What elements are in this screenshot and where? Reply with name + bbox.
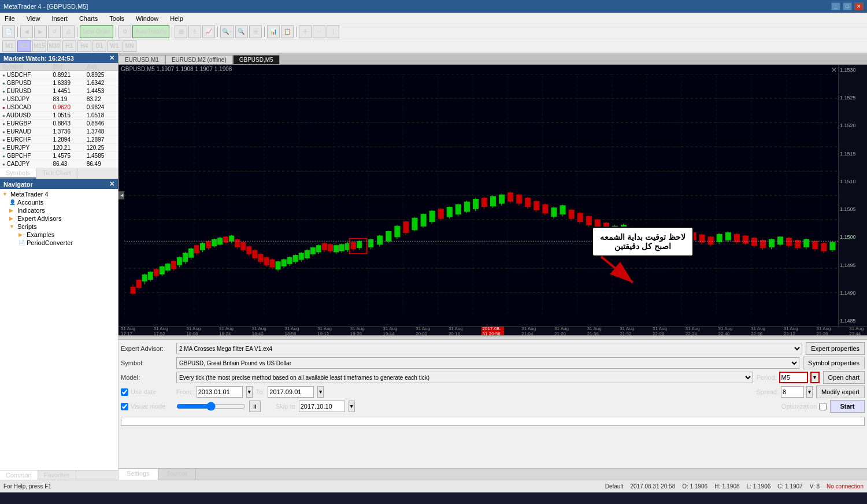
zoom-out-btn[interactable]: 🔍- <box>235 25 248 38</box>
svg-rect-22 <box>160 266 164 274</box>
expert-properties-btn[interactable]: Expert properties <box>806 342 865 355</box>
spread-label: Spread: <box>757 388 779 395</box>
scroll-left-btn[interactable]: ◀ <box>118 191 124 199</box>
chart-tab-eurusd-m2[interactable]: EURUSD,M2 (offline) <box>165 55 233 64</box>
properties-btn[interactable]: ⚙ <box>118 25 131 38</box>
st-tab-journal[interactable]: Journal <box>158 469 196 480</box>
refresh-btn[interactable]: ↺ <box>48 25 61 38</box>
model-select[interactable]: Every tick (the most precise method base… <box>176 372 753 383</box>
nav-tab-common[interactable]: Common <box>0 470 38 480</box>
fwd-btn[interactable]: ▶ <box>34 25 47 38</box>
list-item[interactable]: ● EURUSD 1.4451 1.4453 <box>0 87 118 95</box>
tf-d1[interactable]: D1 <box>92 40 106 52</box>
tf-m5[interactable]: M5 <box>17 40 31 52</box>
tree-scripts[interactable]: ▼ Scripts <box>0 223 118 231</box>
template-btn[interactable]: 📋 <box>281 25 294 38</box>
chart-canvas[interactable]: GBPUSD,M5 1.1907 1.1908 1.1907 1.1908 ◀ … <box>118 65 867 326</box>
print-btn[interactable]: 🖨 <box>62 25 75 38</box>
from-input[interactable] <box>197 386 243 398</box>
tf-h4[interactable]: H4 <box>77 40 91 52</box>
optimization-checkbox[interactable] <box>819 403 827 410</box>
crosshair-btn[interactable]: ✛ <box>299 25 312 38</box>
tab-tick-chart[interactable]: Tick Chart <box>36 168 77 179</box>
indicator-btn[interactable]: 📊 <box>267 25 280 38</box>
list-item[interactable]: ● EURGBP 0.8843 0.8846 <box>0 120 118 128</box>
sep7 <box>296 27 297 37</box>
ea-select[interactable]: 2 MA Crosses Mega filter EA V1.ex4 <box>176 343 802 354</box>
start-btn[interactable]: Start <box>830 400 865 413</box>
tf-m30[interactable]: M30 <box>47 40 61 52</box>
new-order-btn[interactable]: New Order <box>80 25 113 38</box>
close-chart-btn[interactable]: ✕ <box>831 66 837 74</box>
visual-slider[interactable] <box>176 402 246 411</box>
symbol-properties-btn[interactable]: Symbol properties <box>803 357 865 369</box>
list-item[interactable]: ● USDCAD 0.9620 0.9624 <box>0 103 118 112</box>
period-input[interactable] <box>779 372 808 383</box>
period-dropdown-btn[interactable]: ▼ <box>810 372 820 383</box>
list-item[interactable]: ● USDCHF 0.8921 0.8925 <box>0 71 118 79</box>
chart-tab-gbpusd-m5[interactable]: GBPUSD,M5 <box>233 55 280 64</box>
autotrading-btn[interactable]: AutoTrading <box>132 25 169 38</box>
navigator-close[interactable]: ✕ <box>109 180 114 188</box>
menu-window[interactable]: Window <box>134 15 161 22</box>
visualmode-checkbox[interactable] <box>121 403 128 410</box>
to-input[interactable] <box>268 386 314 398</box>
menu-file[interactable]: File <box>2 15 17 22</box>
tf-m1[interactable]: M1 <box>2 40 16 52</box>
menu-insert[interactable]: Insert <box>49 15 70 22</box>
tree-period-converter[interactable]: 📄 PeriodConverter <box>0 239 118 247</box>
tf-w1[interactable]: W1 <box>108 40 121 52</box>
st-tab-settings[interactable]: Settings <box>118 469 158 480</box>
to-cal-btn[interactable]: ▼ <box>317 386 324 398</box>
maximize-btn[interactable]: □ <box>843 2 852 10</box>
spread-dropdown-btn[interactable]: ▼ <box>806 386 813 398</box>
list-item[interactable]: ● GBPCHF 1.4575 1.4585 <box>0 152 118 160</box>
nav-tab-favorites[interactable]: Favorites <box>38 470 76 480</box>
tf-mn[interactable]: MN <box>123 40 136 52</box>
spread-input[interactable] <box>781 386 804 398</box>
pause-btn[interactable]: ⏸ <box>249 401 261 412</box>
line-btn[interactable]: 📈 <box>202 25 215 38</box>
close-btn[interactable]: ✕ <box>854 2 864 10</box>
tree-examples[interactable]: ▶ Examples <box>0 231 118 239</box>
minimize-btn[interactable]: _ <box>831 2 840 10</box>
bar-chart-btn[interactable]: ▦ <box>175 25 187 38</box>
strategy-tester: Expert Advisor: 2 MA Crosses Mega filter… <box>118 335 867 480</box>
list-item[interactable]: ● USDJPY 83.19 83.22 <box>0 95 118 103</box>
menu-help[interactable]: Help <box>168 15 186 22</box>
usedate-checkbox[interactable] <box>121 388 128 396</box>
list-item[interactable]: ● CADJPY 86.43 86.49 <box>0 160 118 168</box>
list-item[interactable]: ● GBPUSD 1.6339 1.6342 <box>0 79 118 87</box>
tf-h1[interactable]: H1 <box>62 40 76 52</box>
tree-metatrader4[interactable]: ▼ MetaTrader 4 <box>0 190 118 198</box>
period-sep-btn[interactable]: | <box>327 25 339 38</box>
back-btn[interactable]: ◀ <box>20 25 33 38</box>
chart-tab-eurusd-m1[interactable]: EURUSD,M1 <box>118 55 165 64</box>
menu-charts[interactable]: Charts <box>77 15 100 22</box>
new-chart-btn[interactable]: 📄 <box>2 25 15 38</box>
grid-btn[interactable]: ⊞ <box>249 25 262 38</box>
list-item[interactable]: ● AUDUSD 1.0515 1.0518 <box>0 112 118 120</box>
tree-accounts[interactable]: 👤 Accounts <box>0 198 118 206</box>
left-scroll-icon[interactable]: ◀ <box>118 191 124 199</box>
zoom-in-btn[interactable]: 🔍+ <box>220 25 234 38</box>
svg-rect-58 <box>264 257 269 265</box>
menu-view[interactable]: View <box>24 15 43 22</box>
modify-expert-btn[interactable]: Modify expert <box>816 386 865 398</box>
tree-expert-advisors[interactable]: ▶ Expert Advisors <box>0 214 118 223</box>
skipto-cal-btn[interactable]: ▼ <box>349 401 355 412</box>
arrows-btn[interactable]: ↔ <box>313 25 325 38</box>
tab-symbols[interactable]: Symbols <box>0 168 36 179</box>
list-item[interactable]: ● EURJPY 120.21 120.25 <box>0 144 118 152</box>
skipto-input[interactable] <box>299 401 345 412</box>
menu-tools[interactable]: Tools <box>107 15 127 22</box>
open-chart-btn[interactable]: Open chart <box>823 371 865 384</box>
from-cal-btn[interactable]: ▼ <box>246 386 253 398</box>
tree-indicators[interactable]: ▶ Indicators <box>0 206 118 214</box>
list-item[interactable]: ● EURCHF 1.2894 1.2897 <box>0 136 118 144</box>
market-watch-close[interactable]: ✕ <box>109 54 114 62</box>
symbol-select[interactable]: GBPUSD, Great Britain Pound vs US Dollar <box>176 357 799 369</box>
list-item[interactable]: ● EURAUD 1.3736 1.3748 <box>0 128 118 136</box>
candle-btn[interactable]: 🕯 <box>188 25 201 38</box>
tf-m15[interactable]: M15 <box>32 40 46 52</box>
